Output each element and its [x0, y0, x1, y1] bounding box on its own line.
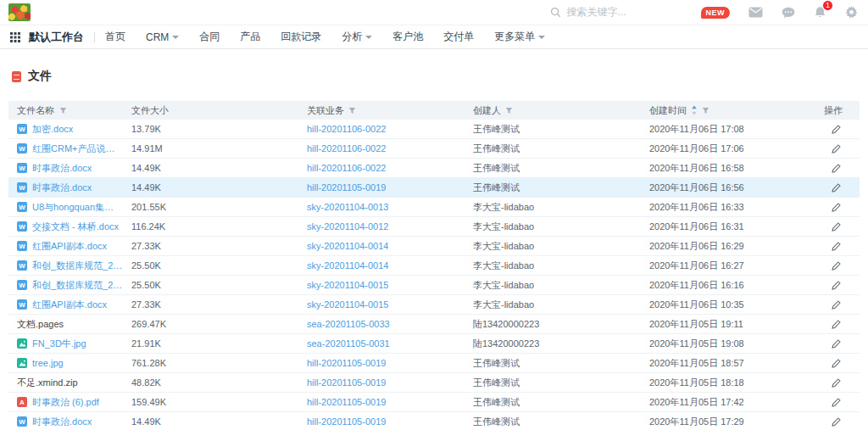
edit-pencil-icon[interactable] [830, 396, 843, 409]
word-file-icon: W [17, 182, 27, 193]
action-cell [802, 357, 860, 370]
related-business-cell: sky-20201104-0014 [307, 260, 473, 271]
filter-icon[interactable] [702, 107, 709, 114]
file-size-cell: 13.79K [123, 124, 307, 134]
nav-item-1[interactable]: 首页 [105, 30, 125, 44]
edit-pencil-icon[interactable] [830, 123, 843, 136]
word-file-icon: W [17, 124, 27, 134]
file-name-link[interactable]: 和创_数据库规范_20171124.doc [32, 260, 123, 272]
creator-cell: 李大宝-lidabao [473, 240, 649, 253]
related-business-link[interactable]: sky-20201104-0012 [307, 221, 388, 232]
related-business-link[interactable]: hill-20201105-0019 [307, 397, 386, 407]
related-business-link[interactable]: hill-20201106-0022 [307, 124, 386, 134]
filter-icon[interactable] [59, 107, 67, 114]
edit-pencil-icon[interactable] [830, 221, 843, 233]
related-business-link[interactable]: sky-20201104-0013 [307, 202, 388, 212]
file-name-link[interactable]: FN_3D牛.jpg [32, 338, 86, 350]
table-row: FN_3D牛.jpg21.91Ksea-20201105-0031陆134200… [8, 334, 860, 354]
edit-pencil-icon[interactable] [830, 279, 843, 292]
related-business-cell: hill-20201105-0019 [307, 397, 473, 407]
search-box[interactable]: 搜索关键字... [550, 5, 626, 20]
edit-pencil-icon[interactable] [830, 318, 843, 331]
chat-icon[interactable] [782, 7, 795, 19]
edit-pencil-icon[interactable] [830, 240, 843, 253]
related-business-link[interactable]: sky-20201104-0015 [307, 280, 388, 290]
nav-item-8[interactable]: 交付单 [443, 30, 474, 44]
edit-pencil-icon[interactable] [830, 201, 843, 214]
apps-grid-icon[interactable] [10, 32, 20, 42]
related-business-cell: sea-20201105-0031 [307, 338, 473, 349]
related-business-cell: hill-20201105-0019 [307, 182, 473, 193]
nav-item-label: 首页 [105, 30, 125, 44]
workspace-title[interactable]: 默认工作台 [29, 30, 84, 45]
related-business-link[interactable]: sky-20201104-0015 [307, 299, 388, 310]
file-name-link[interactable]: 红圈CRM+产品说明201901_前端... [32, 142, 123, 155]
creator-cell: 陆13420000223 [473, 318, 649, 331]
file-name-cell: W时事政治.docx [8, 416, 123, 428]
action-cell [802, 221, 860, 233]
creator-cell: 李大宝-lidabao [473, 221, 649, 233]
file-name-cell: tree.jpg [8, 358, 123, 368]
column-header-2: 文件大小 [123, 104, 307, 117]
edit-pencil-icon[interactable] [830, 299, 843, 311]
edit-pencil-icon[interactable] [830, 181, 843, 194]
file-name-link[interactable]: 时事政治.docx [32, 416, 92, 428]
edit-pencil-icon[interactable] [830, 377, 843, 389]
edit-pencil-icon[interactable] [830, 142, 843, 155]
related-business-link[interactable]: sky-20201104-0014 [307, 241, 388, 251]
bell-icon[interactable]: 1 [814, 6, 826, 19]
created-time-cell: 2020年11月06日 16:56 [649, 181, 802, 194]
file-module-icon [12, 71, 21, 82]
sort-icon[interactable] [691, 105, 698, 115]
action-cell [802, 396, 860, 409]
mail-icon[interactable] [748, 7, 763, 18]
related-business-link[interactable]: hill-20201105-0019 [307, 416, 386, 427]
file-name-link: 不足.xmind.zip [17, 377, 78, 389]
created-time-cell: 2020年11月06日 16:29 [649, 240, 802, 253]
filter-icon[interactable] [348, 107, 356, 114]
related-business-cell: sky-20201104-0013 [307, 202, 473, 212]
nav-item-3[interactable]: 合同 [199, 30, 220, 44]
edit-pencil-icon[interactable] [830, 357, 843, 370]
related-business-link[interactable]: sea-20201105-0031 [307, 338, 390, 349]
related-business-link[interactable]: hill-20201106-0022 [307, 143, 386, 154]
file-name-link[interactable]: 时事政治.docx [32, 181, 92, 194]
nav-item-2[interactable]: CRM [146, 31, 179, 43]
nav-item-4[interactable]: 产品 [240, 30, 260, 44]
content-area: 文件 文件名称文件大小关联业务创建人创建时间操作 W加密.docx13.79Kh… [0, 69, 868, 430]
files-table: 文件名称文件大小关联业务创建人创建时间操作 W加密.docx13.79Khill… [8, 101, 860, 430]
table-row: W红圈API副本.docx27.33Ksky-20201104-0014李大宝-… [8, 237, 860, 256]
nav-item-5[interactable]: 回款记录 [281, 30, 321, 44]
related-business-link[interactable]: sky-20201104-0014 [307, 260, 388, 271]
nav-item-9[interactable]: 更多菜单 [494, 30, 545, 44]
file-name-link[interactable]: tree.jpg [32, 358, 64, 368]
related-business-link[interactable]: hill-20201105-0019 [307, 358, 386, 368]
search-icon [550, 7, 561, 18]
edit-pencil-icon[interactable] [830, 416, 843, 428]
file-name-link[interactable]: 和创_数据库规范_20171124.doc [32, 279, 123, 292]
file-name-cell: W和创_数据库规范_20171124.doc [8, 260, 123, 272]
edit-pencil-icon[interactable] [830, 338, 843, 350]
action-cell [802, 142, 860, 155]
related-business-link[interactable]: hill-20201105-0019 [307, 182, 386, 193]
related-business-link[interactable]: hill-20201106-0022 [307, 163, 386, 173]
app-logo[interactable] [8, 3, 31, 21]
nav-item-7[interactable]: 客户池 [392, 30, 423, 44]
edit-pencil-icon[interactable] [830, 162, 843, 175]
settings-gear-icon[interactable] [845, 6, 858, 19]
filter-icon[interactable] [505, 107, 513, 114]
related-business-link[interactable]: sea-20201105-0033 [307, 319, 390, 329]
file-name-link[interactable]: 交接文档 - 林桥.docx [32, 221, 119, 233]
related-business-cell: hill-20201106-0022 [307, 143, 473, 154]
file-name-link[interactable]: 时事政治 (6).pdf [32, 396, 99, 409]
word-file-icon: W [17, 299, 27, 310]
edit-pencil-icon[interactable] [830, 260, 843, 272]
nav-item-6[interactable]: 分析 [342, 30, 372, 44]
file-name-link[interactable]: 红圈API副本.docx [32, 240, 107, 253]
file-name-link[interactable]: 时事政治.docx [32, 162, 92, 175]
file-name-link[interactable]: 红圈API副本.docx [32, 299, 107, 311]
creator-cell: 王伟峰测试 [473, 123, 649, 136]
file-name-link[interactable]: U8与hongquan集成方案.docx [32, 201, 123, 214]
related-business-link[interactable]: hill-20201105-0019 [307, 377, 386, 388]
file-name-link[interactable]: 加密.docx [32, 123, 73, 136]
